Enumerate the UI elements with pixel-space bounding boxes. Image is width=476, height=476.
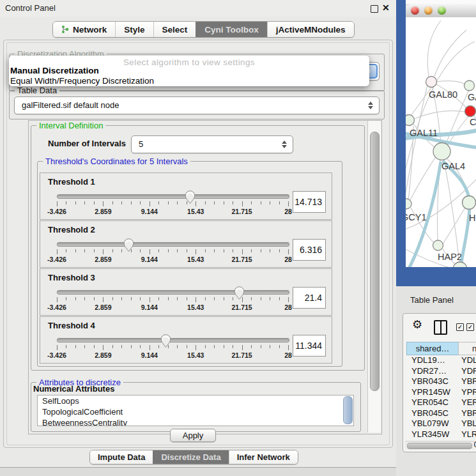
slider-thumb[interactable] [185,190,196,207]
table-cell[interactable]: YBR0 [461,408,476,418]
top-tab-network[interactable]: Network [53,22,115,37]
slider-tick [177,249,178,252]
network-edge[interactable] [436,81,464,84]
network-node[interactable] [406,115,415,126]
slider-tick [66,297,66,300]
bottom-tab-impute-data[interactable]: Impute Data [90,450,153,464]
slider-tick [158,345,159,348]
table-header-cell[interactable]: na [458,342,476,355]
list-scrollbar-thumb[interactable] [343,396,353,424]
table-data-combo[interactable]: galFiltered.sif default node [14,96,380,114]
table-cell[interactable]: YDR27… [411,366,447,376]
list-item[interactable]: BetweennessCentrality [38,417,353,426]
network-edge[interactable] [427,20,441,77]
table-row[interactable]: YDL19…YDL1 [406,355,476,366]
network-edge[interactable] [443,208,465,244]
slider-tick [205,201,206,204]
table-cell[interactable]: YDL1 [461,355,476,365]
table-row[interactable]: YLR345WYLR3 [406,429,476,440]
table-cell[interactable]: YDR2 [461,366,476,376]
table-cell[interactable]: YDL19… [411,355,445,365]
gear-icon[interactable]: ⚙ [412,319,422,330]
network-node[interactable] [433,240,443,250]
slider-thumb[interactable] [123,238,134,255]
horizontal-scrollbar[interactable] [405,441,474,449]
network-canvas[interactable]: GAL80GACGAL11GAL4GCY1HHAP2 [406,17,476,267]
threshold-value-field[interactable]: 14.713 [293,191,326,213]
slider-tick [270,297,270,300]
slider-tick [233,249,233,252]
close-traffic-light[interactable] [411,6,419,15]
slider-track[interactable] [57,242,289,247]
table-cell[interactable]: YER054C [411,397,449,408]
slider-tick [150,345,150,350]
float-window-icon[interactable] [371,5,378,13]
table-cell[interactable]: YBL0 [461,418,476,429]
bottom-tab-discretize-data[interactable]: Discretize Data [153,450,228,464]
network-node[interactable] [426,77,437,88]
table-row[interactable]: YDR27…YDR2 [406,366,476,377]
tab-label: jActiveMNodules [276,25,346,35]
bottom-tab-infer-network[interactable]: Infer Network [229,450,298,464]
table-row[interactable]: YBR043CYBR0 [406,376,476,387]
network-node[interactable] [464,81,475,91]
table-cell[interactable]: YLR3 [461,429,476,440]
numerical-attributes-list[interactable]: SelfLoopsTopologicalCoefficientBetweenne… [37,395,354,426]
network-node[interactable] [463,196,476,210]
top-tab-select[interactable]: Select [153,22,196,37]
top-tab-style[interactable]: Style [115,22,153,37]
threshold-value-field[interactable]: 6.316 [293,239,326,261]
control-panel-titlebar: Control Panel ✕ [0,0,396,17]
table-row[interactable]: YBR045CYBR0 [406,408,476,419]
list-item[interactable]: SelfLoops [38,395,353,406]
slider-thumb[interactable] [234,286,245,303]
list-item[interactable]: TopologicalCoefficient [38,406,353,417]
network-edge[interactable] [434,30,466,76]
apply-button[interactable]: Apply [170,429,216,442]
network-node[interactable] [453,262,467,267]
network-window-titlebar[interactable] [406,4,476,18]
table-cell[interactable]: YPR1 [461,387,476,397]
checkbox-icon[interactable]: ✓ [456,323,464,331]
slider-tick [261,297,261,300]
checkbox-icon[interactable]: ✓ [466,323,474,331]
table-row[interactable]: YBL079WYBL0 [406,418,476,429]
minimize-traffic-light[interactable] [424,6,433,15]
table-cell[interactable]: YBR043C [411,376,449,387]
slider-tick [66,201,66,204]
network-node[interactable] [465,106,476,117]
top-tab-jactivemnodules[interactable]: jActiveMNodules [267,22,354,37]
table-cell[interactable]: YBR045C [411,408,449,418]
threshold-value-field[interactable]: 11.344 [293,335,326,357]
combo-value: 5 [139,136,143,152]
close-icon[interactable]: ✕ [382,3,390,13]
split-columns-icon[interactable] [434,320,447,335]
popup-item[interactable]: Equal Width/Frequency Discretization [10,76,154,86]
slider-thumb[interactable] [160,334,171,351]
slider-track[interactable] [57,338,289,342]
network-node[interactable] [433,143,450,160]
network-edge[interactable] [409,158,435,203]
top-tab-cyni-toolbox[interactable]: Cyni Toolbox [196,22,267,37]
zoom-traffic-light[interactable] [438,6,446,15]
table-header-cell[interactable]: shared… [406,342,459,355]
slider-tick [158,201,159,204]
table-cell[interactable]: YPR145W [411,387,450,397]
network-node[interactable] [406,199,411,209]
slider-track[interactable] [57,290,289,295]
table-row[interactable]: YER054CYER0 [406,397,476,408]
bottom-tab-bar: Impute DataDiscretize DataInfer Network [89,450,298,464]
table-cell[interactable]: YBL079W [411,418,449,429]
table-row[interactable]: YPR145WYPR1 [406,387,476,398]
number-of-intervals-combo[interactable]: 5 [131,135,293,153]
vertical-scrollbar[interactable] [367,121,381,433]
popup-item[interactable]: Manual Discretization [10,66,99,75]
threshold-value-field[interactable]: 21.4 [293,287,326,309]
table-cell[interactable]: YER0 [461,397,476,408]
scrollbar-thumb[interactable] [370,132,380,391]
table-cell[interactable]: YLR345W [411,429,449,440]
slider-track[interactable] [57,194,289,199]
slider-tick [66,249,66,252]
scrollbar-thumb[interactable] [407,443,472,449]
table-cell[interactable]: YBR0 [461,376,476,387]
